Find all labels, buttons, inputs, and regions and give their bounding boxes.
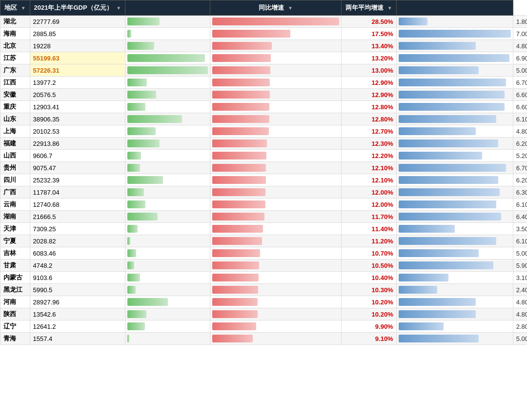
cell-region: 宁夏 [0, 235, 30, 247]
cell-yoy-bar [210, 333, 342, 345]
cell-yoy-bar [210, 186, 342, 199]
cell-gdp: 38906.35 [30, 113, 125, 125]
cell-yoy-pct: 11.20% [342, 235, 397, 247]
cell-2yr-pct: 1.80% [513, 16, 527, 28]
cell-2yr-bar [396, 223, 513, 235]
cell-region: 广东 [0, 64, 30, 77]
cell-2yr-pct: 5.90% [513, 260, 527, 272]
header-gdp-bar-space [125, 0, 210, 16]
table-row: 安徽 20576.5 12.90% 6.60% [0, 89, 527, 101]
cell-2yr-pct: 6.10% [513, 199, 527, 211]
cell-yoy-bar [210, 272, 342, 284]
header-yoy[interactable]: 同比增速 ▼ [210, 0, 342, 16]
cell-2yr-pct: 6.90% [513, 52, 527, 64]
cell-region: 山西 [0, 150, 30, 162]
cell-2yr-bar [396, 186, 513, 199]
cell-2yr-bar [396, 64, 513, 77]
cell-2yr-pct: 6.60% [513, 89, 527, 101]
cell-yoy-pct: 11.40% [342, 223, 397, 235]
cell-region: 湖北 [0, 16, 30, 28]
cell-gdp-bar [125, 333, 210, 345]
table-row: 重庆 12903.41 12.80% 6.60% [0, 101, 527, 113]
cell-region: 江苏 [0, 52, 30, 64]
cell-yoy-pct: 10.20% [342, 308, 397, 320]
cell-yoy-pct: 12.00% [342, 186, 397, 199]
table-row: 上海 20102.53 12.70% 4.80% [0, 125, 527, 138]
cell-yoy-pct: 12.00% [342, 199, 397, 211]
header-2yr[interactable]: 两年平均增速 ▼ [342, 0, 397, 16]
cell-2yr-pct: 3.10% [513, 272, 527, 284]
cell-gdp-bar [125, 284, 210, 296]
cell-gdp: 21666.5 [30, 211, 125, 223]
cell-yoy-pct: 11.70% [342, 211, 397, 223]
cell-yoy-bar [210, 247, 342, 260]
header-region[interactable]: 地区 ▼ [0, 0, 30, 16]
cell-yoy-pct: 10.30% [342, 284, 397, 296]
cell-yoy-bar [210, 296, 342, 308]
table-row: 海南 2885.85 17.50% 7.00% [0, 28, 527, 40]
cell-2yr-bar [396, 174, 513, 186]
cell-yoy-pct: 10.50% [342, 260, 397, 272]
cell-gdp: 20102.53 [30, 125, 125, 138]
cell-2yr-bar [396, 101, 513, 113]
cell-gdp-bar [125, 186, 210, 199]
cell-gdp-bar [125, 138, 210, 150]
table-row: 辽宁 12641.2 9.90% 2.80% [0, 320, 527, 333]
cell-gdp: 25232.39 [30, 174, 125, 186]
sort-icon-region[interactable]: ▼ [21, 5, 26, 11]
cell-gdp: 13977.2 [30, 77, 125, 89]
cell-gdp-bar [125, 162, 210, 174]
table-row: 广西 11787.04 12.00% 6.30% [0, 186, 527, 199]
cell-2yr-bar [396, 320, 513, 333]
cell-yoy-pct: 13.00% [342, 64, 397, 77]
cell-gdp: 20576.5 [30, 89, 125, 101]
gdp-table: 地区 ▼ 2021年上半年GDP（亿元） ▼ 同比增速 ▼ 两年平均增速 ▼ [0, 0, 527, 345]
cell-2yr-pct: 6.40% [513, 211, 527, 223]
cell-region: 陕西 [0, 308, 30, 320]
cell-yoy-bar [210, 64, 342, 77]
cell-yoy-bar [210, 211, 342, 223]
main-table-container: 地区 ▼ 2021年上半年GDP（亿元） ▼ 同比增速 ▼ 两年平均增速 ▼ [0, 0, 527, 345]
cell-2yr-pct: 6.70% [513, 162, 527, 174]
cell-2yr-bar [396, 125, 513, 138]
cell-yoy-bar [210, 320, 342, 333]
cell-region: 吉林 [0, 247, 30, 260]
cell-gdp: 22913.86 [30, 138, 125, 150]
cell-gdp: 55199.63 [30, 52, 125, 64]
sort-icon-yoy[interactable]: ▼ [288, 5, 293, 11]
cell-yoy-bar [210, 308, 342, 320]
cell-region: 安徽 [0, 89, 30, 101]
cell-yoy-bar [210, 150, 342, 162]
sort-icon-2yr[interactable]: ▼ [387, 5, 392, 11]
cell-2yr-pct: 6.10% [513, 235, 527, 247]
cell-yoy-bar [210, 77, 342, 89]
table-row: 甘肃 4748.2 10.50% 5.90% [0, 260, 527, 272]
cell-yoy-pct: 12.90% [342, 77, 397, 89]
cell-2yr-bar [396, 138, 513, 150]
cell-2yr-bar [396, 113, 513, 125]
cell-yoy-pct: 12.20% [342, 150, 397, 162]
sort-icon-gdp[interactable]: ▼ [116, 5, 121, 11]
cell-2yr-bar [396, 89, 513, 101]
cell-yoy-bar [210, 52, 342, 64]
cell-2yr-pct: 4.80% [513, 308, 527, 320]
cell-yoy-pct: 12.10% [342, 162, 397, 174]
cell-region: 内蒙古 [0, 272, 30, 284]
cell-2yr-pct: 6.10% [513, 113, 527, 125]
cell-yoy-pct: 10.20% [342, 296, 397, 308]
table-body: 湖北 22777.69 28.50% 1.80% 海南 2885.85 [0, 16, 527, 345]
cell-yoy-pct: 13.20% [342, 52, 397, 64]
cell-2yr-bar [396, 16, 513, 28]
cell-yoy-pct: 9.10% [342, 333, 397, 345]
cell-yoy-bar [210, 223, 342, 235]
cell-yoy-pct: 13.40% [342, 40, 397, 52]
cell-yoy-pct: 10.40% [342, 272, 397, 284]
cell-yoy-pct: 12.10% [342, 174, 397, 186]
cell-yoy-pct: 12.70% [342, 125, 397, 138]
cell-2yr-bar [396, 284, 513, 296]
cell-yoy-bar [210, 28, 342, 40]
cell-gdp-bar [125, 40, 210, 52]
cell-region: 贵州 [0, 162, 30, 174]
header-gdp[interactable]: 2021年上半年GDP（亿元） ▼ [30, 0, 125, 16]
cell-gdp: 13542.6 [30, 308, 125, 320]
